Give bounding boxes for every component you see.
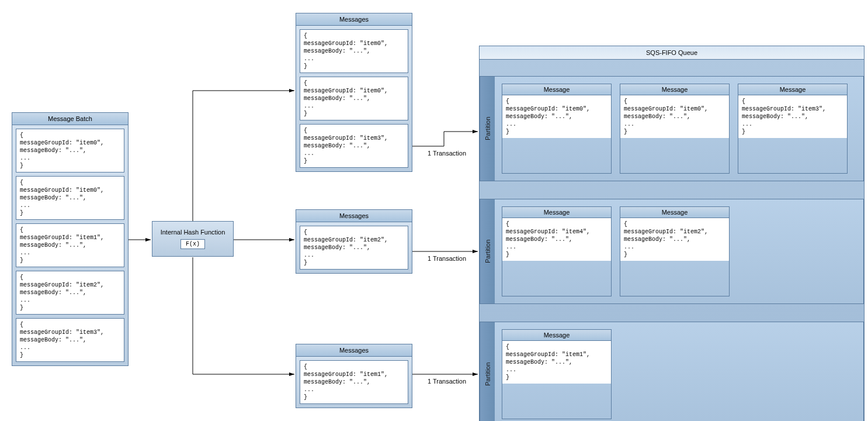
- message-card-title: Message: [620, 207, 729, 218]
- hash-function-box: Internal Hash Function F(x): [152, 221, 234, 257]
- msg-item: { messageGroupId: "item0", messageBody: …: [300, 29, 408, 73]
- message-card: Message { messageGroupId: "item2", messa…: [620, 206, 730, 296]
- msg-item: { messageGroupId: "item3", messageBody: …: [16, 318, 124, 362]
- partition-row-1: Partition Message { messageGroupId: "ite…: [480, 199, 864, 304]
- arrow-label-3: 1 Transaction: [428, 378, 466, 385]
- msg-item: { messageGroupId: "item0", messageBody: …: [16, 176, 124, 220]
- messages-group-1-body: { messageGroupId: "item0", messageBody: …: [296, 26, 412, 171]
- messages-group-3-body: { messageGroupId: "item1", messageBody: …: [296, 357, 412, 408]
- messages-group-1: Messages { messageGroupId: "item0", mess…: [296, 13, 412, 172]
- partition-content: Message { messageGroupId: "item4", messa…: [495, 199, 864, 304]
- partition-label: Partition: [480, 199, 495, 304]
- message-card-body: { messageGroupId: "item1", messageBody: …: [502, 341, 611, 384]
- message-card-body: { messageGroupId: "item3", messageBody: …: [738, 95, 847, 138]
- message-card-title: Message: [620, 84, 729, 95]
- msg-item: { messageGroupId: "item1", messageBody: …: [16, 223, 124, 267]
- message-card-title: Message: [502, 84, 611, 95]
- message-card: Message { messageGroupId: "item4", messa…: [502, 206, 612, 296]
- partition-row-0: Partition Message { messageGroupId: "ite…: [480, 76, 864, 181]
- arrow-label-2: 1 Transaction: [428, 255, 466, 262]
- msg-item: { messageGroupId: "item0", messageBody: …: [16, 129, 124, 172]
- partition-content: Message { messageGroupId: "item0", messa…: [495, 76, 864, 181]
- msg-item: { messageGroupId: "item3", messageBody: …: [300, 124, 408, 168]
- message-batch-box: Message Batch { messageGroupId: "item0",…: [12, 112, 129, 366]
- msg-item: { messageGroupId: "item2", messageBody: …: [300, 226, 408, 270]
- partition-label: Partition: [480, 322, 495, 421]
- message-card-body: { messageGroupId: "item0", messageBody: …: [620, 95, 729, 138]
- message-card: Message { messageGroupId: "item1", messa…: [502, 329, 612, 419]
- message-card-body: { messageGroupId: "item4", messageBody: …: [502, 218, 611, 261]
- message-batch-title: Message Batch: [12, 113, 128, 125]
- arrow-label-1: 1 Transaction: [428, 150, 466, 157]
- message-card: Message { messageGroupId: "item0", messa…: [502, 84, 612, 174]
- partition-row-2: Partition Message { messageGroupId: "ite…: [480, 322, 864, 421]
- message-card: Message { messageGroupId: "item0", messa…: [620, 84, 730, 174]
- message-card-title: Message: [502, 330, 611, 341]
- hash-function-label: Internal Hash Function: [158, 229, 227, 236]
- message-card-title: Message: [502, 207, 611, 218]
- messages-group-2-body: { messageGroupId: "item2", messageBody: …: [296, 222, 412, 273]
- partition-content: Message { messageGroupId: "item1", messa…: [495, 322, 864, 421]
- messages-group-2-title: Messages: [296, 210, 412, 222]
- messages-group-2: Messages { messageGroupId: "item2", mess…: [296, 209, 412, 274]
- partition-label: Partition: [480, 76, 495, 181]
- msg-item: { messageGroupId: "item0", messageBody: …: [300, 77, 408, 120]
- queue-title: SQS-FIFO Queue: [480, 46, 864, 60]
- message-batch-body: { messageGroupId: "item0", messageBody: …: [12, 125, 128, 365]
- message-card-body: { messageGroupId: "item2", messageBody: …: [620, 218, 729, 261]
- messages-group-3-title: Messages: [296, 344, 412, 357]
- message-card-body: { messageGroupId: "item0", messageBody: …: [502, 95, 611, 138]
- message-card: Message { messageGroupId: "item3", messa…: [738, 84, 848, 174]
- hash-function-formula: F(x): [180, 239, 205, 249]
- messages-group-1-title: Messages: [296, 13, 412, 26]
- queue-body: Partition Message { messageGroupId: "ite…: [480, 60, 864, 421]
- messages-group-3: Messages { messageGroupId: "item1", mess…: [296, 344, 412, 408]
- message-card-title: Message: [738, 84, 847, 95]
- sqs-fifo-queue: SQS-FIFO Queue Partition Message { messa…: [479, 46, 864, 421]
- msg-item: { messageGroupId: "item1", messageBody: …: [300, 360, 408, 404]
- msg-item: { messageGroupId: "item2", messageBody: …: [16, 271, 124, 315]
